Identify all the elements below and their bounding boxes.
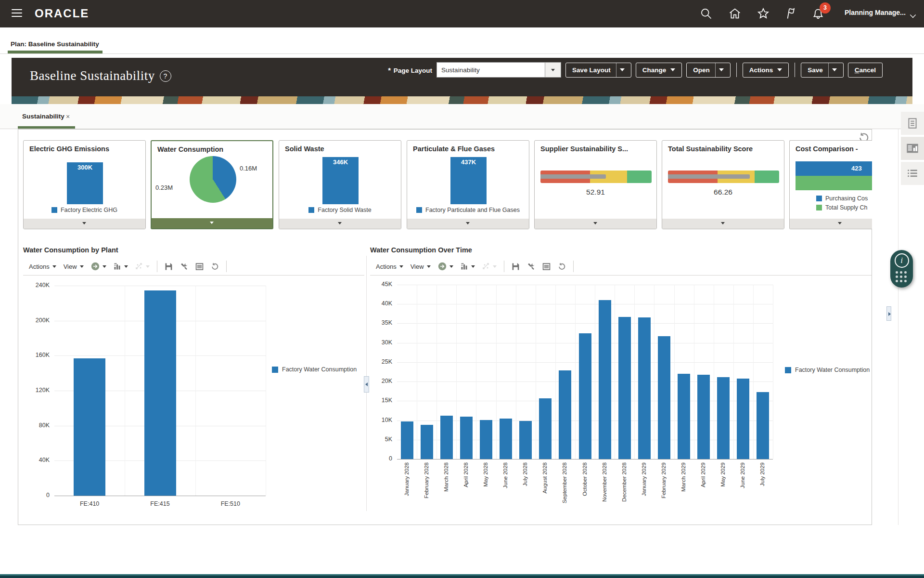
chart-bar[interactable] bbox=[618, 317, 631, 459]
chart-bar[interactable] bbox=[480, 420, 492, 459]
user-menu[interactable]: Planning Manage... bbox=[845, 9, 906, 16]
chevron-down-icon bbox=[493, 265, 497, 268]
tools-icon[interactable] bbox=[527, 263, 535, 271]
table-view-icon[interactable] bbox=[195, 263, 204, 271]
view-menu[interactable]: View bbox=[411, 263, 431, 270]
x-tick-label: June 2029 bbox=[740, 462, 745, 488]
tools-icon[interactable] bbox=[180, 263, 188, 271]
save-icon[interactable] bbox=[512, 263, 520, 271]
kpi-card-cost-comparison[interactable]: Cost Comparison - 423 Purchasing Cos Tot… bbox=[789, 140, 872, 229]
kpi-card-solid-waste[interactable]: Solid Waste 346K Factory Solid Waste bbox=[279, 140, 401, 229]
save-layout-button[interactable]: Save Layout bbox=[565, 63, 631, 78]
kpi-expand-button[interactable] bbox=[662, 219, 784, 229]
close-icon[interactable]: × bbox=[66, 113, 70, 120]
rail-dashboard-view-button[interactable] bbox=[901, 137, 924, 160]
rail-list-view-button[interactable] bbox=[901, 162, 924, 185]
info-icon: i bbox=[895, 253, 909, 268]
chart-bar[interactable] bbox=[519, 421, 532, 459]
x-tick-label: October 2028 bbox=[582, 462, 588, 496]
rail-collapse-handle[interactable] bbox=[886, 306, 891, 321]
drill-icon[interactable] bbox=[91, 262, 106, 271]
watchlist-flag-icon[interactable] bbox=[784, 7, 797, 20]
change-button[interactable]: Change bbox=[636, 63, 682, 78]
view-menu[interactable]: View bbox=[64, 263, 84, 270]
chart-bar[interactable] bbox=[658, 336, 670, 459]
chart-bar[interactable] bbox=[717, 377, 730, 459]
actions-menu[interactable]: Actions bbox=[29, 263, 56, 270]
drill-icon[interactable] bbox=[438, 262, 453, 271]
kpi-card-particulate-flue-gases[interactable]: Particulate & Flue Gases 437K Factory Pa… bbox=[407, 140, 529, 229]
kpi-card-supplier-sustainability-score[interactable]: Supplier Sustainability S... 52.91 bbox=[534, 140, 657, 229]
gridline bbox=[436, 285, 437, 459]
y-tick-label: 120K bbox=[23, 387, 50, 394]
chart-bar[interactable] bbox=[737, 379, 749, 459]
kpi-card-water-consumption[interactable]: Water Consumption 0.16M 0.23M bbox=[151, 140, 273, 229]
tab-sustainability[interactable]: Sustainability bbox=[22, 113, 64, 120]
refresh-icon[interactable] bbox=[558, 263, 566, 271]
page-layout-dropdown-button[interactable] bbox=[545, 62, 561, 78]
graph-type-icon[interactable] bbox=[114, 263, 128, 270]
graph-type-icon[interactable] bbox=[461, 263, 475, 270]
home-icon[interactable] bbox=[728, 7, 742, 20]
chart-bar[interactable] bbox=[401, 421, 413, 459]
chevron-down-icon bbox=[551, 69, 555, 71]
chart-bar[interactable] bbox=[421, 425, 433, 459]
expand-icon bbox=[838, 222, 842, 224]
actions-button[interactable]: Actions bbox=[743, 63, 789, 78]
chart-bar[interactable] bbox=[144, 290, 176, 496]
refresh-icon[interactable] bbox=[211, 263, 219, 271]
kpi-expand-button[interactable] bbox=[24, 219, 145, 229]
chart-bar[interactable] bbox=[539, 398, 552, 459]
layout-tab-bar: Sustainability × bbox=[0, 104, 924, 129]
oracle-logo[interactable]: ORACLE bbox=[35, 7, 89, 20]
gridline bbox=[516, 285, 516, 459]
chart-bar[interactable] bbox=[500, 419, 512, 459]
kpi-card-electric-ghg[interactable]: Electric GHG Emissions 300K Factory Elec… bbox=[23, 140, 146, 229]
divider bbox=[795, 63, 795, 77]
chart-bar[interactable] bbox=[460, 417, 473, 460]
navigation-menu-icon[interactable] bbox=[12, 9, 22, 18]
kpi-card-total-sustainability-score[interactable]: Total Sustainability Score 66.26 bbox=[662, 140, 784, 229]
chevron-down-icon bbox=[103, 265, 106, 268]
save-icon[interactable] bbox=[165, 263, 173, 271]
save-button[interactable]: Save bbox=[801, 63, 844, 78]
rail-document-view-button[interactable] bbox=[901, 112, 924, 135]
chart-bar[interactable] bbox=[440, 416, 453, 459]
open-plans-tab-bar: Plan: Baseline Sustainability bbox=[0, 27, 924, 54]
chart-bar[interactable] bbox=[559, 370, 571, 459]
chart-bar[interactable] bbox=[599, 300, 611, 459]
kpi-expand-button[interactable] bbox=[407, 219, 529, 229]
y-tick-label: 0 bbox=[23, 492, 50, 499]
chart-bar[interactable] bbox=[697, 375, 710, 459]
kpi-expand-button[interactable] bbox=[152, 218, 272, 228]
legend-swatch bbox=[816, 205, 822, 210]
search-icon[interactable] bbox=[699, 7, 713, 20]
plan-tab-label[interactable]: Plan: Baseline Sustainability bbox=[11, 40, 99, 48]
kpi-expand-button[interactable] bbox=[790, 219, 872, 229]
chart-bar[interactable] bbox=[579, 333, 591, 459]
chart-bar[interactable] bbox=[638, 317, 651, 459]
actions-menu[interactable]: Actions bbox=[376, 263, 403, 270]
splitter-collapse-handle[interactable] bbox=[364, 376, 369, 393]
open-button[interactable]: Open bbox=[686, 63, 731, 78]
page-info-floating-button[interactable]: i bbox=[890, 250, 913, 288]
chart-bar[interactable] bbox=[757, 392, 769, 459]
x-axis-line bbox=[397, 459, 773, 460]
x-tick-label: November 2028 bbox=[602, 462, 607, 502]
table-view-icon[interactable] bbox=[542, 263, 551, 271]
favorites-star-icon[interactable] bbox=[757, 7, 770, 20]
gridline bbox=[753, 285, 754, 459]
compare-icon bbox=[135, 263, 150, 270]
page-layout-input[interactable] bbox=[436, 62, 545, 78]
help-icon[interactable]: ? bbox=[160, 70, 171, 82]
chevron-down-icon bbox=[620, 68, 625, 71]
gridline bbox=[634, 285, 635, 459]
kpi-expand-button[interactable] bbox=[535, 219, 656, 229]
cancel-button[interactable]: Cancel bbox=[848, 63, 883, 78]
chevron-down-icon bbox=[146, 265, 150, 268]
kpi-expand-button[interactable] bbox=[279, 219, 401, 229]
x-tick-label: March 2028 bbox=[443, 462, 449, 492]
chart-bar[interactable] bbox=[678, 374, 690, 459]
x-tick-label: July 2029 bbox=[759, 462, 765, 486]
chart-bar[interactable] bbox=[74, 358, 105, 496]
